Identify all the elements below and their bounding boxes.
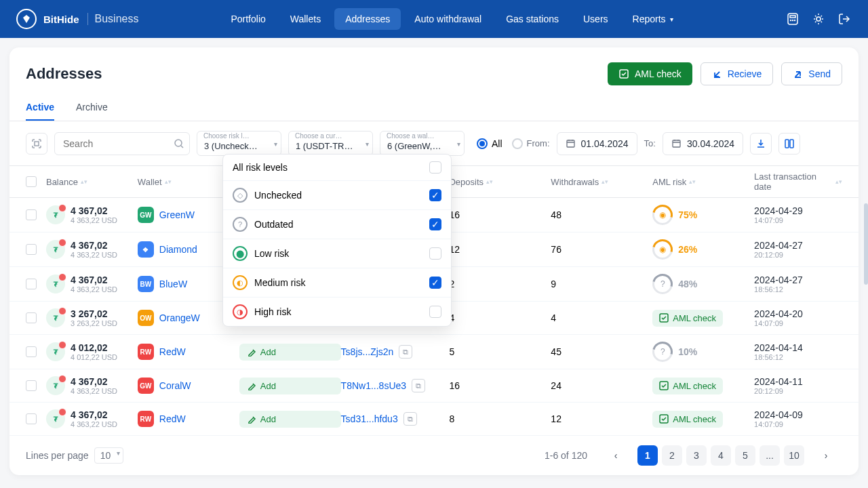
add-user-btn[interactable]: Add bbox=[239, 411, 341, 428]
row-checkbox[interactable] bbox=[26, 279, 37, 289]
date-to[interactable]: 30.04.2024 bbox=[663, 132, 743, 155]
risk-icon: ⬤ bbox=[233, 246, 248, 261]
wallet-link[interactable]: RedW bbox=[159, 346, 186, 357]
logo[interactable]: BitHide Business bbox=[16, 9, 138, 29]
wallet-badge: BW bbox=[138, 276, 154, 292]
gear-icon[interactable] bbox=[811, 12, 826, 26]
row-checkbox[interactable] bbox=[26, 312, 37, 323]
coin-icon: ₮ bbox=[46, 240, 65, 259]
address-link[interactable]: Tsd31...hfdu3 bbox=[341, 413, 398, 424]
col-balance[interactable]: Balance▴▾ bbox=[46, 177, 138, 187]
nav-addresses[interactable]: Addresses bbox=[334, 8, 401, 30]
tab-archive[interactable]: Archive bbox=[76, 95, 108, 121]
svg-rect-9 bbox=[567, 140, 574, 147]
dd-all-levels[interactable]: All risk levels bbox=[223, 155, 451, 181]
currency-select[interactable]: Choose a cur… 1 (USDT-TR… ▾ bbox=[288, 131, 373, 156]
svg-rect-11 bbox=[785, 140, 789, 148]
search-icon bbox=[174, 138, 184, 149]
risk-icon: ◇ bbox=[233, 188, 248, 203]
copy-icon[interactable]: ⧉ bbox=[403, 412, 417, 426]
chevron-down-icon: ▾ bbox=[274, 140, 277, 147]
col-withdrawals[interactable]: Withdrawals▴▾ bbox=[551, 177, 652, 187]
table-row: ₮ 4 367,024 363,22 USD RW RedW Add Tsd31… bbox=[9, 403, 859, 436]
copy-icon[interactable]: ⧉ bbox=[399, 345, 412, 359]
add-user-btn[interactable]: Add bbox=[239, 344, 341, 361]
dd-medium-risk[interactable]: ◐Medium risk✓ bbox=[223, 268, 451, 298]
coin-icon: ₮ bbox=[46, 274, 65, 293]
wallet-link[interactable]: GreenW bbox=[159, 209, 195, 220]
address-link[interactable]: Ts8js...Zjs2n bbox=[341, 346, 394, 357]
page-1[interactable]: 1 bbox=[637, 445, 658, 466]
top-nav: BitHide Business PortfolioWalletsAddress… bbox=[0, 0, 868, 38]
calculator-icon[interactable] bbox=[785, 12, 800, 26]
nav-wallets[interactable]: Wallets bbox=[279, 8, 332, 30]
columns-icon[interactable] bbox=[778, 133, 800, 155]
col-deposits[interactable]: Deposits▴▾ bbox=[449, 177, 551, 187]
checkbox[interactable] bbox=[429, 161, 441, 174]
nav-reports[interactable]: Reports▾ bbox=[622, 8, 684, 30]
select-all-checkbox[interactable] bbox=[26, 176, 37, 187]
row-checkbox[interactable] bbox=[26, 244, 37, 255]
export-icon[interactable] bbox=[750, 133, 772, 155]
next-page[interactable]: › bbox=[810, 445, 842, 466]
dd-low-risk[interactable]: ⬤Low risk bbox=[223, 239, 451, 268]
address-link[interactable]: T8Nw1...8sUe3 bbox=[341, 380, 406, 391]
row-checkbox[interactable] bbox=[26, 346, 37, 357]
aml-check-button[interactable]: AML check bbox=[608, 62, 692, 85]
nav-auto-withdrawal[interactable]: Auto withdrawal bbox=[403, 8, 492, 30]
aml-check-btn[interactable]: AML check bbox=[652, 310, 723, 327]
search-input[interactable] bbox=[54, 132, 190, 155]
risk-select[interactable]: Choose risk l… 3 (Uncheck… ▾ bbox=[197, 131, 281, 156]
page-...[interactable]: ... bbox=[760, 445, 780, 466]
wallet-link[interactable]: Diamond bbox=[159, 244, 197, 255]
svg-rect-10 bbox=[673, 140, 680, 147]
page-10[interactable]: 10 bbox=[784, 445, 804, 466]
row-checkbox[interactable] bbox=[26, 209, 37, 220]
checkbox[interactable]: ✓ bbox=[429, 277, 441, 289]
page-5[interactable]: 5 bbox=[735, 445, 755, 466]
nav-portfolio[interactable]: Portfolio bbox=[220, 8, 276, 30]
svg-point-5 bbox=[816, 17, 821, 21]
main-panel: Addresses AML check Recieve Send ActiveA… bbox=[9, 47, 859, 475]
wallet-link[interactable]: CoralW bbox=[159, 380, 191, 391]
checkbox[interactable]: ✓ bbox=[429, 218, 441, 230]
tab-active[interactable]: Active bbox=[26, 95, 54, 121]
aml-check-btn[interactable]: AML check bbox=[652, 411, 723, 428]
date-from[interactable]: 01.04.2024 bbox=[557, 132, 637, 155]
wallet-link[interactable]: RedW bbox=[159, 413, 186, 424]
wallet-link[interactable]: BlueW bbox=[159, 279, 187, 289]
scrollbar[interactable] bbox=[864, 203, 868, 285]
col-date[interactable]: Last transaction date▴▾ bbox=[754, 171, 842, 192]
page-2[interactable]: 2 bbox=[662, 445, 682, 466]
wallet-badge: RW bbox=[138, 344, 154, 360]
checkbox[interactable] bbox=[429, 306, 441, 318]
copy-icon[interactable]: ⧉ bbox=[412, 379, 425, 392]
nav-gas-stations[interactable]: Gas stations bbox=[495, 8, 570, 30]
scan-icon[interactable] bbox=[26, 133, 47, 155]
logout-icon[interactable] bbox=[837, 12, 852, 26]
checkbox[interactable]: ✓ bbox=[429, 189, 441, 201]
radio-from[interactable]: From: bbox=[512, 138, 550, 149]
add-user-btn[interactable]: Add bbox=[239, 378, 341, 394]
aml-check-btn[interactable]: AML check bbox=[652, 378, 723, 394]
lines-per-page: Lines per page 10 bbox=[26, 447, 123, 464]
dd-outdated[interactable]: ?Outdated✓ bbox=[223, 210, 451, 239]
radio-all[interactable]: All bbox=[477, 138, 502, 149]
col-aml[interactable]: AML risk▴▾ bbox=[652, 177, 754, 187]
dd-high-risk[interactable]: ◑High risk bbox=[223, 298, 451, 326]
lpp-select[interactable]: 10 bbox=[94, 447, 124, 464]
coin-icon: ₮ bbox=[46, 376, 65, 395]
wallet-select[interactable]: Choose a wal… 6 (GreenW,… ▾ bbox=[380, 131, 465, 156]
page-4[interactable]: 4 bbox=[711, 445, 731, 466]
page-3[interactable]: 3 bbox=[686, 445, 707, 466]
prev-page[interactable]: ‹ bbox=[599, 445, 632, 466]
row-checkbox[interactable] bbox=[26, 380, 37, 391]
checkbox[interactable] bbox=[429, 247, 441, 260]
nav-users[interactable]: Users bbox=[572, 8, 619, 30]
wallet-link[interactable]: OrangeW bbox=[159, 312, 200, 323]
page-info: 1-6 of 120 bbox=[545, 450, 587, 461]
dd-unchecked[interactable]: ◇Unchecked✓ bbox=[223, 181, 451, 210]
row-checkbox[interactable] bbox=[26, 413, 37, 424]
receive-button[interactable]: Recieve bbox=[701, 62, 774, 85]
send-button[interactable]: Send bbox=[781, 62, 842, 85]
